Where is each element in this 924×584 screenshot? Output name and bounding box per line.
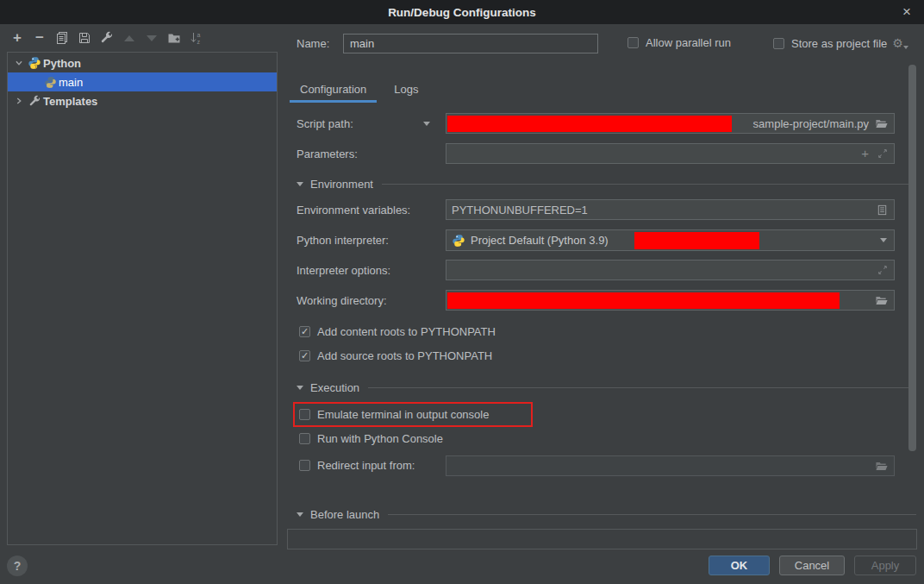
run-with-python-console-row[interactable]: Run with Python Console — [299, 432, 443, 445]
run-debug-configurations-dialog: Run/Debug Configurations × + − — [0, 0, 924, 584]
close-icon[interactable]: × — [898, 0, 915, 24]
redirect-input-row[interactable]: Redirect input from: — [299, 459, 415, 472]
add-macro-icon[interactable]: + — [861, 148, 869, 160]
configurations-tree: Python main Templates — [7, 52, 278, 545]
new-folder-icon[interactable] — [167, 31, 181, 45]
tree-item-label: main — [59, 76, 83, 89]
script-path-dropdown-icon[interactable] — [423, 122, 430, 126]
script-path-value: sample-project/main.py — [753, 117, 869, 130]
expand-field-icon[interactable] — [877, 264, 889, 276]
working-directory-field[interactable] — [446, 290, 895, 311]
browse-folder-icon[interactable] — [874, 117, 889, 130]
allow-parallel-run-checkbox[interactable] — [627, 37, 639, 48]
tree-item-label: Python — [43, 57, 81, 70]
redirect-input-field[interactable] — [446, 455, 895, 476]
section-rule — [388, 514, 916, 515]
remove-configuration-button[interactable]: − — [33, 31, 47, 45]
edit-variables-list-icon[interactable] — [876, 204, 889, 217]
tab-label: Logs — [394, 83, 418, 96]
dialog-title: Run/Debug Configurations — [388, 6, 536, 19]
parameters-field[interactable]: + — [446, 143, 895, 164]
execution-section-header[interactable]: Execution — [297, 381, 916, 394]
apply-button[interactable]: Apply — [854, 556, 916, 575]
chevron-down-icon[interactable] — [880, 238, 887, 242]
ok-button-label: OK — [731, 559, 748, 572]
vertical-scrollbar-thumb[interactable] — [908, 65, 916, 451]
tree-item-templates[interactable]: Templates — [8, 91, 277, 110]
add-source-roots-checkbox[interactable] — [299, 350, 310, 361]
configurations-toolbar: + − — [10, 31, 203, 45]
redaction-overlay — [447, 292, 840, 309]
python-script-icon — [43, 75, 57, 89]
before-launch-tasks-list[interactable] — [287, 529, 917, 549]
tab-configuration[interactable]: Configuration — [290, 78, 377, 103]
emulate-terminal-checkbox[interactable] — [299, 409, 310, 420]
section-rule — [368, 387, 916, 388]
ok-button[interactable]: OK — [709, 556, 770, 575]
before-launch-section-header[interactable]: Before launch — [297, 508, 916, 521]
apply-button-label: Apply — [871, 559, 900, 572]
section-label: Execution — [310, 381, 359, 394]
redaction-overlay — [447, 116, 732, 132]
cancel-button[interactable]: Cancel — [779, 556, 845, 575]
store-as-project-file-label: Store as project file — [791, 37, 887, 50]
chevron-down-icon[interactable] — [12, 56, 26, 70]
save-configuration-icon[interactable] — [78, 31, 91, 45]
store-as-project-file-checkbox-row[interactable]: Store as project file ⚙ — [773, 36, 908, 50]
templates-wrench-icon — [28, 94, 41, 108]
store-options-gear-icon[interactable]: ⚙ — [892, 36, 908, 50]
redirect-input-checkbox[interactable] — [299, 460, 310, 471]
section-label: Before launch — [310, 508, 379, 521]
tree-item-main[interactable]: main — [8, 72, 277, 91]
svg-text:z: z — [197, 39, 201, 45]
title-bar: Run/Debug Configurations × — [0, 0, 924, 24]
environment-section-header[interactable]: Environment — [297, 178, 916, 191]
emulate-terminal-label: Emulate terminal in output console — [317, 408, 489, 421]
help-glyph: ? — [14, 559, 22, 573]
environment-variables-label: Environment variables: — [297, 204, 410, 217]
move-up-icon[interactable] — [122, 31, 136, 45]
python-interpreter-label: Python interpreter: — [297, 234, 389, 248]
add-source-roots-row[interactable]: Add source roots to PYTHONPATH — [299, 349, 492, 362]
cancel-button-label: Cancel — [795, 559, 829, 572]
add-content-roots-checkbox[interactable] — [299, 326, 310, 337]
copy-configuration-icon[interactable] — [55, 31, 69, 45]
interpreter-options-field[interactable] — [446, 260, 895, 280]
browse-folder-icon[interactable] — [874, 294, 889, 307]
python-interpreter-value: Project Default (Python 3.9) — [471, 234, 609, 247]
tree-item-python[interactable]: Python — [8, 53, 277, 72]
edit-templates-wrench-icon[interactable] — [100, 31, 114, 45]
allow-parallel-run-label: Allow parallel run — [646, 36, 731, 49]
tab-bar: Configuration Logs — [290, 78, 429, 104]
emulate-terminal-row[interactable]: Emulate terminal in output console — [299, 408, 489, 421]
working-directory-label: Working directory: — [297, 294, 387, 308]
tab-logs[interactable]: Logs — [384, 78, 428, 103]
tab-label: Configuration — [300, 83, 366, 96]
browse-folder-icon[interactable] — [874, 460, 889, 473]
store-as-project-file-checkbox[interactable] — [773, 38, 784, 49]
help-button[interactable]: ? — [7, 556, 28, 576]
environment-variables-field[interactable]: PYTHONUNBUFFERED=1 — [446, 199, 895, 220]
name-label: Name: — [297, 37, 329, 51]
script-path-field[interactable]: sample-project/main.py — [446, 113, 895, 134]
expand-field-icon[interactable] — [877, 148, 889, 160]
environment-variables-value: PYTHONUNBUFFERED=1 — [452, 204, 588, 217]
python-icon — [28, 56, 41, 70]
move-down-icon[interactable] — [145, 31, 159, 45]
chevron-right-icon[interactable] — [12, 94, 26, 108]
tree-item-label: Templates — [43, 95, 97, 108]
section-rule — [382, 184, 916, 185]
redirect-input-label: Redirect input from: — [317, 459, 415, 472]
run-with-python-console-checkbox[interactable] — [299, 433, 310, 444]
script-path-label: Script path: — [297, 117, 353, 131]
sort-alphabetically-icon[interactable]: a z — [190, 31, 203, 45]
python-interpreter-combo[interactable]: Project Default (Python 3.9) — [446, 229, 895, 251]
add-configuration-button[interactable]: + — [10, 31, 24, 45]
svg-text:a: a — [197, 32, 201, 38]
redaction-overlay — [634, 232, 759, 249]
name-input[interactable] — [343, 34, 598, 53]
add-content-roots-label: Add content roots to PYTHONPATH — [317, 325, 496, 338]
allow-parallel-run-checkbox-row[interactable]: Allow parallel run — [627, 36, 731, 49]
collapse-triangle-icon — [297, 386, 303, 390]
add-content-roots-row[interactable]: Add content roots to PYTHONPATH — [299, 325, 496, 338]
